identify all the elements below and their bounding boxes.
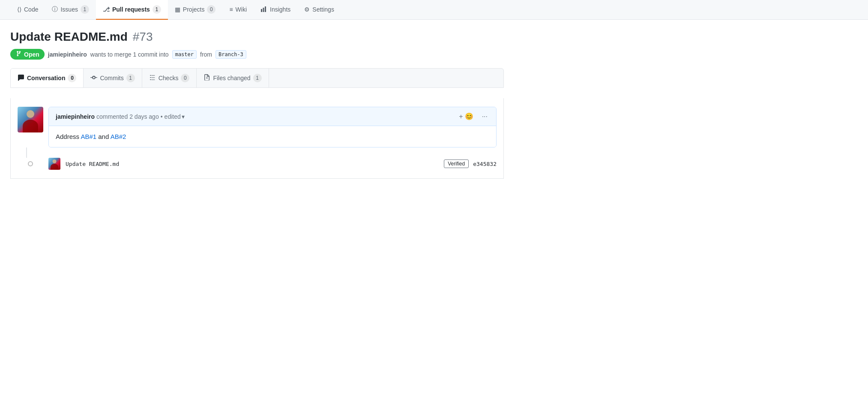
open-icon xyxy=(15,51,21,58)
pr-tab-conversation[interactable]: Conversation 0 xyxy=(11,69,84,88)
comment-section: jamiepinheiro commented 2 days ago • edi… xyxy=(11,98,503,147)
pr-author[interactable]: jamiepinheiro xyxy=(48,51,87,58)
pr-tab-commits-label: Commits xyxy=(100,75,123,81)
pr-tab-checks[interactable]: Checks 0 xyxy=(142,69,197,87)
comment-author[interactable]: jamiepinheiro xyxy=(56,113,95,120)
comment-header-left: jamiepinheiro commented 2 days ago • edi… xyxy=(56,113,185,120)
tab-code[interactable]: ⟨⟩ Code xyxy=(10,1,45,19)
pull-requests-icon: ⎇ xyxy=(103,6,110,13)
target-branch[interactable]: master xyxy=(172,50,197,59)
source-branch[interactable]: Branch-3 xyxy=(216,50,246,59)
issues-badge: 1 xyxy=(81,5,89,14)
comment-body-text: Address xyxy=(56,133,81,140)
more-options-button[interactable]: ··· xyxy=(480,112,489,121)
projects-badge: 0 xyxy=(207,5,216,14)
tab-wiki[interactable]: ≡ Wiki xyxy=(222,1,254,19)
pr-tab-conversation-label: Conversation xyxy=(27,75,65,81)
pr-tab-files-changed[interactable]: Files changed 1 xyxy=(197,69,269,87)
tab-wiki-label: Wiki xyxy=(236,6,247,13)
insights-icon xyxy=(260,6,267,14)
status-label: Open xyxy=(24,51,39,58)
avatar-image xyxy=(18,107,43,132)
tab-settings-label: Settings xyxy=(312,6,334,13)
status-badge: Open xyxy=(10,49,45,60)
pr-tab-files-changed-label: Files changed xyxy=(213,75,250,81)
svg-rect-0 xyxy=(261,9,262,12)
projects-icon: ▦ xyxy=(175,6,180,13)
tab-pull-requests[interactable]: ⎇ Pull requests 1 xyxy=(96,0,168,20)
tab-code-label: Code xyxy=(24,6,38,13)
comment-edited[interactable]: edited ▾ xyxy=(165,113,185,120)
emoji-icon: 😊 xyxy=(465,112,473,120)
settings-icon: ⚙ xyxy=(304,6,310,13)
comment-link-2[interactable]: AB#2 xyxy=(111,133,126,140)
repo-nav: ⟨⟩ Code ⓘ Issues 1 ⎇ Pull requests 1 ▦ P… xyxy=(0,0,868,20)
tab-insights-label: Insights xyxy=(270,6,290,13)
add-reaction-button[interactable]: + 😊 xyxy=(457,111,475,121)
pr-tabs: Conversation 0 Commits 1 Checks 0 xyxy=(10,68,504,88)
chevron-down-icon: ▾ xyxy=(182,113,185,120)
checks-badge: 0 xyxy=(181,74,189,82)
wiki-icon: ≡ xyxy=(229,6,233,13)
commit-dot xyxy=(28,161,33,166)
tab-issues-label: Issues xyxy=(60,6,78,13)
pr-tab-checks-label: Checks xyxy=(159,75,179,81)
comment-action: commented xyxy=(96,113,128,120)
svg-rect-1 xyxy=(263,8,264,12)
comment-box: jamiepinheiro commented 2 days ago • edi… xyxy=(48,107,497,147)
pr-title-text: Update README.md xyxy=(10,30,128,44)
pull-requests-badge: 1 xyxy=(153,5,161,14)
pr-meta: Open jamiepinheiro wants to merge 1 comm… xyxy=(10,49,504,60)
pr-from-text: from xyxy=(200,51,212,58)
comment-body: Address AB#1 and AB#2 xyxy=(49,126,496,147)
commit-right: Verified e345832 xyxy=(444,159,497,168)
commit-avatar xyxy=(48,158,60,170)
comment-header: jamiepinheiro commented 2 days ago • edi… xyxy=(49,107,496,126)
plus-icon: + xyxy=(459,113,463,120)
avatar xyxy=(18,107,43,132)
comment-separator: • xyxy=(161,113,163,120)
comment-header-right: + 😊 ··· xyxy=(457,111,489,121)
commit-row: Update README.md Verified e345832 xyxy=(11,158,503,178)
checks-icon xyxy=(149,74,156,82)
pr-number: #73 xyxy=(133,30,153,44)
comment-link-1[interactable]: AB#1 xyxy=(81,133,96,140)
issues-icon: ⓘ xyxy=(52,6,58,13)
commit-message[interactable]: Update README.md xyxy=(66,161,439,167)
conversation-badge: 0 xyxy=(68,74,76,82)
ellipsis-icon: ··· xyxy=(482,113,488,120)
conversation-icon xyxy=(18,74,24,82)
tab-pull-requests-label: Pull requests xyxy=(112,6,150,13)
pr-tab-commits[interactable]: Commits 1 xyxy=(84,69,142,87)
commits-icon xyxy=(90,74,97,82)
files-changed-badge: 1 xyxy=(253,74,262,82)
tab-projects[interactable]: ▦ Projects 0 xyxy=(168,0,223,20)
files-changed-icon xyxy=(204,74,210,82)
tab-settings[interactable]: ⚙ Settings xyxy=(297,1,341,19)
pr-merge-text: wants to merge 1 commit into xyxy=(90,51,169,58)
tab-projects-label: Projects xyxy=(183,6,205,13)
tab-insights[interactable]: Insights xyxy=(254,0,297,20)
tab-issues[interactable]: ⓘ Issues 1 xyxy=(45,0,96,20)
pr-title: Update README.md #73 xyxy=(10,30,504,44)
comment-time: 2 days ago xyxy=(129,113,159,120)
commits-badge: 1 xyxy=(126,74,135,82)
svg-rect-2 xyxy=(265,6,266,12)
comment-and-text: and xyxy=(96,133,111,140)
commit-hash[interactable]: e345832 xyxy=(473,161,497,167)
verified-badge[interactable]: Verified xyxy=(444,159,469,168)
code-icon: ⟨⟩ xyxy=(17,6,21,13)
main-content: Update README.md #73 Open jamiepinheiro … xyxy=(0,20,514,179)
